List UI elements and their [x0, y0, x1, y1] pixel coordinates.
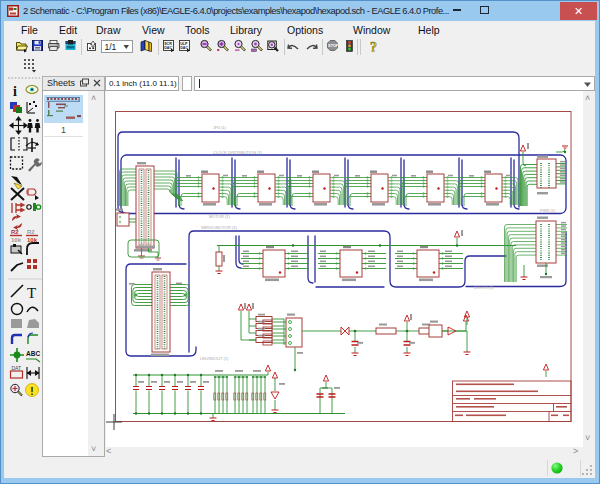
svg-text:DIG I/O (1): DIG I/O (1) — [474, 285, 494, 290]
svg-text:i: i — [13, 84, 17, 99]
svg-text:CLOCK DISTRIBUTION (1): CLOCK DISTRIBUTION (1) — [213, 150, 263, 155]
svg-text:?: ? — [370, 40, 377, 55]
svg-text:ABC: ABC — [26, 350, 40, 357]
svg-text:SERVO/MOTOR (1): SERVO/MOTOR (1) — [201, 225, 238, 230]
svg-text:1/1: 1/1 — [105, 42, 117, 52]
svg-text:10k: 10k — [11, 237, 22, 243]
svg-text:DAT: DAT — [12, 365, 22, 371]
svg-text:R2: R2 — [27, 229, 35, 235]
svg-text:JP4 (1): JP4 (1) — [213, 125, 227, 130]
svg-text:T: T — [27, 285, 36, 301]
svg-text:SCR: SCR — [164, 42, 172, 46]
svg-text:!: ! — [30, 386, 33, 397]
svg-text:LED/IN/OUT (1): LED/IN/OUT (1) — [200, 356, 229, 361]
svg-text:ULP: ULP — [180, 42, 188, 46]
svg-text:R2: R2 — [11, 229, 19, 235]
svg-text:MOTOR (1): MOTOR (1) — [209, 214, 230, 219]
svg-text:STOP: STOP — [328, 44, 339, 48]
svg-text:PWR (1): PWR (1) — [540, 208, 556, 213]
